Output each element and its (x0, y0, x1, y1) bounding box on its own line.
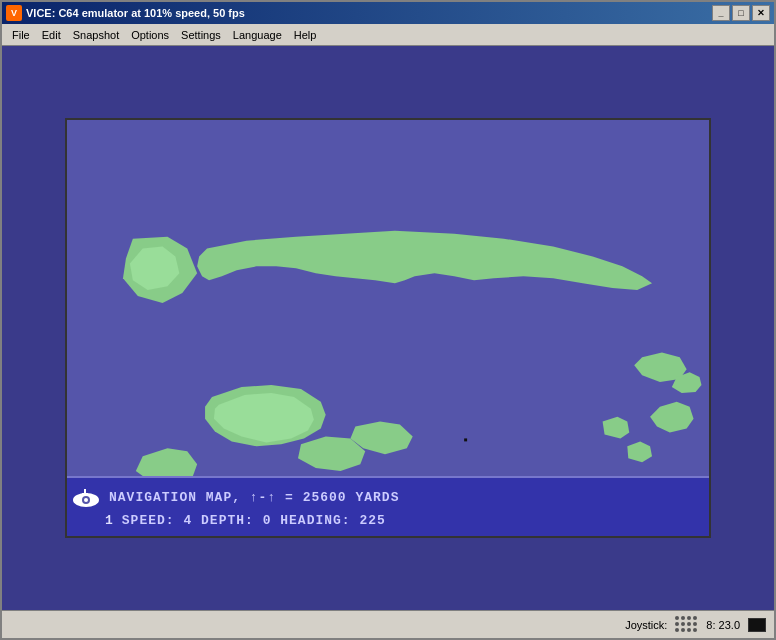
svg-point-19 (84, 498, 88, 502)
window-title: VICE: C64 emulator at 101% speed, 50 fps (26, 7, 245, 19)
menu-settings[interactable]: Settings (175, 27, 227, 43)
dot-1 (675, 616, 679, 620)
maximize-button[interactable]: □ (732, 5, 750, 21)
emu-status-bar: NAVIGATION MAP, ↑-↑ = 25600 YARDS 1 SPEE… (67, 476, 709, 536)
menu-snapshot[interactable]: Snapshot (67, 27, 125, 43)
dot-11 (687, 628, 691, 632)
submarine-icon (71, 483, 101, 511)
dot-6 (681, 622, 685, 626)
menu-edit[interactable]: Edit (36, 27, 67, 43)
map-area (67, 120, 709, 476)
window-status-bar: Joystick: 8: 23.0 (2, 610, 774, 638)
status-row-2: 1 SPEED: 4 DEPTH: 0 HEADING: 225 (71, 511, 701, 531)
dot-2 (681, 616, 685, 620)
dot-7 (687, 622, 691, 626)
menu-file[interactable]: File (6, 27, 36, 43)
dot-4 (693, 616, 697, 620)
dot-10 (681, 628, 685, 632)
status-right: Joystick: 8: 23.0 (625, 616, 766, 633)
menu-language[interactable]: Language (227, 27, 288, 43)
joystick-dots (675, 616, 698, 633)
title-bar-buttons: _ □ ✕ (712, 5, 770, 21)
main-content: NAVIGATION MAP, ↑-↑ = 25600 YARDS 1 SPEE… (2, 46, 774, 610)
speed-indicator (748, 618, 766, 632)
main-window: V VICE: C64 emulator at 101% speed, 50 f… (0, 0, 776, 640)
svg-rect-12 (464, 438, 467, 441)
dot-12 (693, 628, 697, 632)
joystick-label: Joystick: (625, 619, 667, 631)
position-display: 8: 23.0 (706, 619, 740, 631)
dot-8 (693, 622, 697, 626)
close-button[interactable]: ✕ (752, 5, 770, 21)
menu-options[interactable]: Options (125, 27, 175, 43)
menu-bar: File Edit Snapshot Options Settings Lang… (2, 24, 774, 46)
status-line1: NAVIGATION MAP, ↑-↑ = 25600 YARDS (109, 488, 399, 508)
minimize-button[interactable]: _ (712, 5, 730, 21)
status-prefix: 1 (105, 511, 114, 531)
dot-5 (675, 622, 679, 626)
status-line2: SPEED: 4 DEPTH: 0 HEADING: 225 (122, 511, 386, 531)
emulator-screen: NAVIGATION MAP, ↑-↑ = 25600 YARDS 1 SPEE… (65, 118, 711, 538)
title-bar-left: V VICE: C64 emulator at 101% speed, 50 f… (6, 5, 245, 21)
dot-9 (675, 628, 679, 632)
app-icon: V (6, 5, 22, 21)
status-row-1: NAVIGATION MAP, ↑-↑ = 25600 YARDS (71, 483, 701, 511)
dot-3 (687, 616, 691, 620)
svg-rect-17 (84, 489, 86, 494)
title-bar: V VICE: C64 emulator at 101% speed, 50 f… (2, 2, 774, 24)
menu-help[interactable]: Help (288, 27, 323, 43)
map-svg (67, 120, 709, 476)
